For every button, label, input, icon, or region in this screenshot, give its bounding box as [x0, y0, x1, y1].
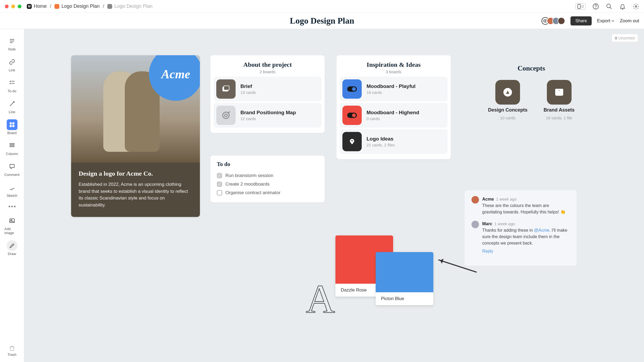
reply-link[interactable]: Reply — [482, 248, 570, 254]
color-swatch-blue[interactable]: Picton Blue — [376, 252, 433, 305]
svg-point-19 — [352, 87, 356, 91]
search-icon[interactable] — [606, 3, 612, 10]
share-button[interactable]: Share — [570, 16, 592, 25]
breadcrumb-label: Home — [34, 3, 47, 9]
assets-icon — [547, 80, 572, 105]
svg-rect-8 — [10, 125, 12, 127]
unsorted-badge[interactable]: 0 Unsorted — [612, 34, 638, 42]
letterform-sketch[interactable]: A — [306, 276, 335, 322]
help-icon[interactable] — [592, 3, 599, 10]
board-icon — [9, 121, 15, 128]
concept-meta: 10 cards — [500, 116, 516, 120]
board-name: Moodboard - Playful — [367, 83, 416, 89]
breadcrumb-project[interactable]: Logo Design Plan — [54, 3, 100, 9]
board-row-playful[interactable]: Moodboard - Playful16 cards — [340, 77, 448, 101]
concepts-section: Concepts Design Concepts 10 cards Brand … — [486, 64, 577, 120]
comment-author: Acme — [482, 197, 494, 201]
board-name: Brand Positioning Map — [240, 110, 296, 116]
inspiration-group[interactable]: Inspiration & Ideas 3 boards Moodboard -… — [336, 55, 451, 159]
group-subtitle: 3 boards — [336, 69, 451, 74]
board-row-highend[interactable]: Moodboard - Highend0 cards — [340, 103, 448, 128]
tool-draw[interactable]: Draw — [3, 238, 21, 258]
gear-icon[interactable] — [633, 3, 639, 10]
about-group[interactable]: About the project 2 boards Brief13 cards… — [210, 55, 325, 133]
tool-todo[interactable]: To-do — [3, 76, 21, 95]
tool-more[interactable] — [3, 201, 21, 212]
svg-point-2 — [596, 8, 596, 8]
todo-item[interactable]: ✓Create 2 moodboards — [217, 180, 318, 189]
unsorted-label: Unsorted — [618, 36, 635, 40]
board-icon — [107, 4, 112, 9]
board-meta: 16 cards — [367, 90, 416, 95]
todo-item[interactable]: Organise contract animator — [217, 189, 318, 197]
todo-item[interactable]: ✓Run brainstorm session — [217, 171, 318, 180]
tool-add-image[interactable]: Add image — [3, 213, 21, 237]
todo-icon — [9, 80, 15, 86]
board-name: Moodboard - Highend — [367, 110, 419, 116]
tool-link[interactable]: Link — [3, 55, 21, 74]
trash-icon — [9, 345, 15, 352]
comment-thread[interactable]: Acme1 week ago These are the colours the… — [464, 190, 577, 266]
tool-line[interactable]: Line — [3, 97, 21, 116]
board-row-brief[interactable]: Brief13 cards — [214, 77, 321, 101]
comment-icon — [9, 163, 15, 170]
mention[interactable]: @Acme — [534, 228, 549, 232]
intro-title: Design a logo for Acme Co. — [79, 170, 192, 177]
board-name: Brief — [240, 83, 256, 89]
intro-text: Established in 2022, Acme is an upcoming… — [79, 181, 192, 208]
svg-point-22 — [350, 139, 354, 143]
maximize-window-icon[interactable] — [18, 5, 21, 8]
design-concept-icon — [495, 80, 520, 105]
svg-rect-0 — [578, 4, 580, 9]
window-controls[interactable] — [5, 5, 21, 8]
checkbox-checked-icon[interactable]: ✓ — [217, 173, 222, 178]
breadcrumb-sep: / — [50, 3, 51, 9]
concept-name: Design Concepts — [488, 107, 528, 113]
more-icon — [6, 203, 18, 210]
line-icon — [9, 101, 15, 107]
breadcrumb-home[interactable]: M Home — [27, 3, 47, 9]
target-icon — [216, 106, 236, 125]
comment-body: These are the colours the team are gravi… — [482, 202, 570, 215]
svg-rect-23 — [351, 143, 353, 144]
svg-rect-6 — [10, 123, 12, 124]
minimize-window-icon[interactable] — [11, 5, 15, 8]
collaborator-avatars[interactable] — [544, 17, 565, 25]
tool-board[interactable]: Board — [3, 117, 21, 137]
comment: Acme1 week ago These are the colours the… — [471, 196, 570, 215]
tool-comment[interactable]: Comment — [3, 159, 21, 179]
intro-card[interactable]: Acme Design a logo for Acme Co. Establis… — [71, 55, 200, 217]
export-dropdown[interactable]: Export — [597, 18, 614, 24]
sketch-icon — [9, 184, 15, 191]
board-meta: 12 cards — [240, 116, 296, 121]
svg-rect-27 — [558, 90, 560, 91]
breadcrumb: M Home / Logo Design Plan / Logo Design … — [27, 3, 152, 9]
comment-author: Marc — [482, 221, 492, 226]
unsorted-count: 0 — [615, 36, 617, 40]
title-bar: M Home / Logo Design Plan / Logo Design … — [0, 0, 644, 13]
checkbox-checked-icon[interactable]: ✓ — [217, 182, 222, 187]
concept-name: Brand Assets — [544, 107, 575, 113]
bell-icon[interactable] — [619, 3, 626, 10]
lightbulb-icon — [342, 132, 362, 151]
zoom-out-button[interactable]: Zoom out — [620, 18, 639, 24]
tool-trash[interactable]: Trash — [8, 345, 16, 357]
swatch-label: Picton Blue — [376, 292, 433, 305]
board-row-positioning[interactable]: Brand Positioning Map12 cards — [214, 103, 321, 128]
todo-card[interactable]: To do ✓Run brainstorm session ✓Create 2 … — [210, 156, 325, 202]
tool-note[interactable]: Note — [3, 34, 21, 53]
checkbox-icon[interactable] — [217, 190, 222, 195]
tool-column[interactable]: Column — [3, 138, 21, 158]
canvas[interactable]: 0 Unsorted Acme Design a logo for Acme C… — [24, 29, 644, 362]
todo-label: Run brainstorm session — [225, 173, 273, 178]
board-name: Logo Ideas — [367, 136, 395, 142]
concept-assets[interactable]: Brand Assets 16 cards, 1 file — [544, 80, 575, 120]
concept-design[interactable]: Design Concepts 10 cards — [488, 80, 528, 120]
board-row-logo-ideas[interactable]: Logo Ideas21 cards, 2 files — [340, 129, 448, 154]
tool-sketch[interactable]: Sketch — [3, 180, 21, 200]
folder-icon — [54, 4, 59, 9]
toggle-icon — [342, 79, 362, 99]
group-title: About the project — [210, 61, 325, 68]
device-count[interactable]: 0 — [575, 3, 586, 10]
close-window-icon[interactable] — [5, 5, 9, 8]
